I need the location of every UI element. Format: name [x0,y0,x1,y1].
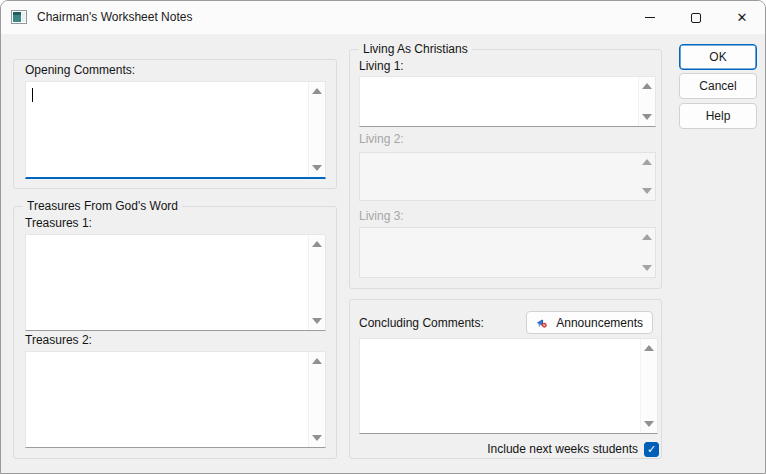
scroll-down-icon[interactable] [644,421,654,427]
living-group-title: Living As Christians [359,42,472,57]
scroll-up-icon[interactable] [642,83,652,89]
treasures1-label: Treasures 1: [25,216,92,231]
living1-label: Living 1: [359,59,404,74]
concluding-comments-label: Concluding Comments: [359,316,484,331]
help-button[interactable]: Help [679,103,757,129]
scroll-up-icon[interactable] [644,345,654,351]
scroll-down-icon[interactable] [642,114,652,120]
scroll-down-icon[interactable] [312,318,322,324]
minimize-button[interactable] [627,1,673,34]
living3-label: Living 3: [359,209,404,224]
living1-textbox[interactable] [359,76,656,127]
scroll-down-icon [642,188,652,194]
living2-textbox [359,152,656,201]
scroll-up-icon [642,159,652,165]
opening-comments-textbox[interactable] [25,81,326,179]
announcements-button[interactable]: Announcements [526,311,653,334]
scrollbar[interactable] [308,82,325,177]
dialog-window: Chairman's Worksheet Notes ✕ Opening Com… [0,0,766,474]
concluding-comments-textbox[interactable] [359,338,658,434]
ok-button[interactable]: OK [679,44,757,70]
maximize-icon [691,13,701,23]
scroll-down-icon [642,265,652,271]
title-bar[interactable]: Chairman's Worksheet Notes ✕ [1,1,765,34]
scroll-down-icon[interactable] [312,165,322,171]
close-button[interactable]: ✕ [719,1,765,34]
scroll-up-icon[interactable] [312,241,322,247]
scrollbar [638,153,655,200]
ok-button-label: OK [709,50,726,64]
living3-textbox [359,227,656,278]
scrollbar [638,228,655,277]
include-next-weeks-students-label: Include next weeks students [487,442,638,456]
announcement-megaphone-icon [536,315,547,331]
treasures1-textbox[interactable] [25,234,326,331]
announcements-button-label: Announcements [556,316,643,330]
window-title: Chairman's Worksheet Notes [37,10,192,24]
scrollbar[interactable] [308,235,325,330]
cancel-button[interactable]: Cancel [679,73,757,99]
treasures2-textbox[interactable] [25,351,326,448]
scrollbar[interactable] [308,352,325,447]
scrollbar[interactable] [640,339,657,433]
scroll-up-icon [642,234,652,240]
app-window-icon [11,9,27,25]
close-icon: ✕ [737,11,748,24]
minimize-icon [645,17,655,18]
scroll-down-icon[interactable] [312,435,322,441]
scrollbar[interactable] [638,77,655,126]
maximize-button[interactable] [673,1,719,34]
help-button-label: Help [706,109,731,123]
opening-comments-label: Opening Comments: [25,63,135,78]
treasures-group-title: Treasures From God's Word [23,199,182,214]
text-caret [32,88,33,102]
include-next-weeks-students-checkbox[interactable]: ✓ [644,442,659,457]
scroll-up-icon[interactable] [312,88,322,94]
include-students-row: Include next weeks students ✓ [359,440,659,458]
cancel-button-label: Cancel [699,79,736,93]
checkmark-icon: ✓ [647,444,656,455]
treasures2-label: Treasures 2: [25,333,92,348]
living2-label: Living 2: [359,132,404,147]
scroll-up-icon[interactable] [312,358,322,364]
